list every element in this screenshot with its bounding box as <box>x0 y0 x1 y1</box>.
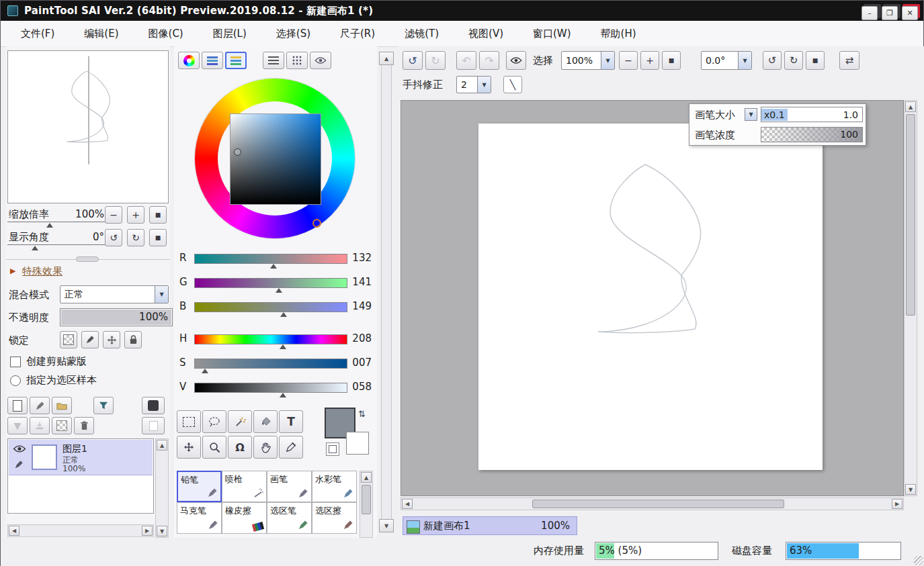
canvas-angle-select[interactable]: 0.0° ▼ <box>701 51 752 70</box>
hand-tool-button[interactable] <box>253 436 278 459</box>
undo-button[interactable]: ↺ <box>403 51 423 70</box>
selection-sample-radio[interactable] <box>10 375 21 386</box>
rect-select-tool-button[interactable] <box>177 410 201 433</box>
selection-redo-button[interactable]: ↷ <box>479 51 499 70</box>
divider-handle[interactable] <box>76 256 99 262</box>
rgb-slider-tab-button[interactable] <box>202 52 223 69</box>
rotate-canvas-tool-button[interactable]: Ω <box>228 436 252 459</box>
nav-zoom-in-button[interactable]: + <box>127 206 144 224</box>
preview-tab-button[interactable] <box>310 52 331 69</box>
scrollbar-thumb[interactable] <box>906 114 915 316</box>
tool-panel-scrollbar[interactable]: ▲ ▼ <box>377 46 396 538</box>
canvas-viewport[interactable]: 画笔大小 ▼ x0.1 1.0 画笔浓度 100 <box>401 100 904 496</box>
bucket-tool-button[interactable] <box>253 410 278 433</box>
slider-h-track[interactable] <box>194 334 347 344</box>
canvas-zoom-out-button[interactable]: − <box>619 51 638 70</box>
menu-file[interactable]: 文件(F) <box>11 23 64 44</box>
clear-layer-button[interactable] <box>52 417 72 434</box>
selection-visibility-button[interactable] <box>506 51 526 70</box>
brush-cell-selection-eraser[interactable]: 选区擦 <box>312 502 357 534</box>
lasso-tool-button[interactable] <box>202 410 226 433</box>
transparent-color-button[interactable] <box>326 442 339 456</box>
canvas-rotate-reset-button[interactable]: ■ <box>806 51 825 70</box>
layer-row-selected[interactable]: 图层1 正常 100% <box>9 440 153 475</box>
doc-restore-button[interactable]: ❐ <box>882 6 898 20</box>
nav-rotate-reset-button[interactable]: ■ <box>149 229 167 246</box>
clipping-mask-checkbox[interactable] <box>10 357 21 367</box>
menu-view[interactable]: 视图(V) <box>459 23 513 44</box>
magic-wand-tool-button[interactable] <box>228 410 252 433</box>
slider-b-track[interactable] <box>194 302 347 312</box>
blend-mode-select[interactable]: 正常 ▼ <box>60 285 169 303</box>
brush-cell-selection-pen[interactable]: 选区笔 <box>267 502 312 534</box>
scroll-down-icon[interactable]: ▼ <box>905 484 916 495</box>
selection-undo-button[interactable]: ↶ <box>456 51 476 70</box>
slider-g-track[interactable] <box>194 278 347 288</box>
brush-size-field[interactable]: x0.1 1.0 <box>761 107 863 122</box>
brush-cell-marker[interactable]: 马克笔 <box>177 502 222 534</box>
lock-transparency-button[interactable] <box>60 331 77 348</box>
new-folder-button[interactable] <box>52 397 72 414</box>
brush-density-slider[interactable]: 100 <box>761 127 863 142</box>
layer-set-button[interactable] <box>142 397 165 414</box>
slider-v-track[interactable] <box>194 383 347 393</box>
fill-layer-button[interactable] <box>93 397 114 414</box>
scroll-down-icon[interactable]: ▼ <box>379 519 394 532</box>
canvas-vscrollbar[interactable]: ▲ ▼ <box>904 100 917 496</box>
navigator-preview[interactable] <box>7 50 169 203</box>
brush-cell-airbrush[interactable]: 喷枪 <box>222 471 267 502</box>
canvas-rotate-cw-button[interactable]: ↻ <box>784 51 803 70</box>
canvas-document[interactable] <box>478 124 823 470</box>
layer-list-vscrollbar[interactable]: ▲ ▼ <box>155 438 169 538</box>
brush-cell-watercolor[interactable]: 水彩笔 <box>312 471 357 502</box>
effects-title[interactable]: 特殊效果 <box>22 265 62 278</box>
scratchpad-tab-button[interactable] <box>286 52 308 69</box>
eyedropper-tool-button[interactable] <box>279 436 303 459</box>
scrollbar-thumb[interactable] <box>532 500 784 508</box>
scroll-down-icon[interactable]: ▼ <box>157 526 167 536</box>
move-tool-button[interactable] <box>177 436 201 459</box>
swap-colors-icon[interactable]: ⇅ <box>358 409 366 419</box>
swatches-tab-button[interactable] <box>263 52 284 69</box>
canvas-hscrollbar[interactable]: ◀ ▶ <box>401 498 904 510</box>
canvas-tab[interactable]: 新建画布1 100% <box>403 516 577 535</box>
scrollbar-thumb[interactable] <box>362 485 371 514</box>
nav-zoom-reset-button[interactable]: ■ <box>149 206 167 224</box>
redo-button[interactable]: ↻ <box>425 51 446 70</box>
brush-size-unit-dropdown[interactable]: ▼ <box>745 108 757 121</box>
menu-image[interactable]: 图像(C) <box>139 23 193 44</box>
copy-layer-button[interactable] <box>142 417 165 434</box>
menu-ruler[interactable]: 尺子(R) <box>331 23 384 44</box>
doc-minimize-button[interactable]: – <box>862 6 878 20</box>
opacity-slider[interactable]: 100% <box>60 308 173 326</box>
brush-cell-pencil[interactable]: 铅笔 <box>177 471 222 502</box>
scroll-up-icon[interactable]: ▲ <box>361 472 372 483</box>
merge-down-button[interactable] <box>30 417 50 434</box>
stabilizer-select[interactable]: 2 ▼ <box>456 76 491 93</box>
delete-layer-button[interactable] <box>74 417 94 434</box>
lock-move-button[interactable] <box>103 331 120 348</box>
scroll-right-icon[interactable]: ▶ <box>142 526 153 536</box>
sv-square[interactable] <box>230 114 321 204</box>
scroll-up-icon[interactable]: ▲ <box>157 440 167 451</box>
transfer-down-button[interactable]: ▼ <box>7 417 28 434</box>
canvas-zoom-reset-button[interactable]: ■ <box>662 51 681 70</box>
canvas-zoom-in-button[interactable]: + <box>640 51 659 70</box>
effects-arrow-icon[interactable]: ▶ <box>10 267 15 275</box>
scroll-left-icon[interactable]: ◀ <box>9 526 19 536</box>
nav-rotate-cw-button[interactable]: ↻ <box>127 229 144 246</box>
new-layer-button[interactable] <box>7 397 28 414</box>
scroll-right-icon[interactable]: ▶ <box>892 499 902 509</box>
secondary-color-swatch[interactable] <box>346 432 369 455</box>
layer-list-hscrollbar[interactable]: ◀ ▶ <box>7 524 154 537</box>
flip-horizontal-button[interactable]: ⇄ <box>839 51 859 70</box>
menu-filter[interactable]: 滤镜(T) <box>395 23 448 44</box>
brush-cell-eraser[interactable]: 橡皮擦 <box>222 502 267 534</box>
layer-visibility-eye-icon[interactable] <box>13 444 26 453</box>
text-tool-button[interactable]: T <box>279 410 303 433</box>
brush-cell-brush[interactable]: 画笔 <box>267 471 312 502</box>
nav-zoom-slider[interactable] <box>7 222 106 222</box>
slider-s-track[interactable] <box>194 359 347 369</box>
stroke-style-button[interactable]: ╲ <box>503 76 522 93</box>
doc-close-button[interactable]: ✕ <box>902 6 918 20</box>
